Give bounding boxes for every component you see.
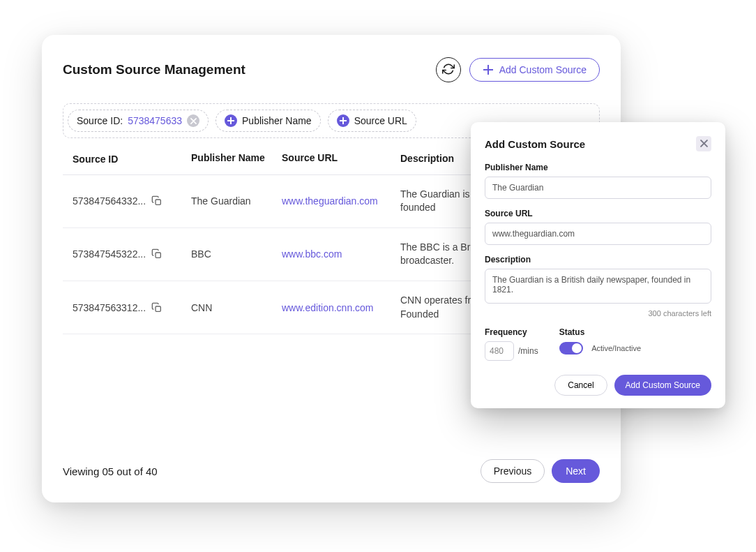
frequency-unit: /mins [518,346,538,356]
pager: Previous Next [481,459,600,483]
viewing-text: Viewing 05 out of 40 [63,465,158,477]
col-publisher: Publisher Name [191,152,282,166]
col-source-url: Source URL [282,152,400,166]
add-custom-source-button[interactable]: Add Custom Source [469,58,600,82]
field-status: Status Active/Inactive [559,327,641,355]
copy-icon[interactable] [151,248,162,260]
plus-icon [483,64,494,75]
close-icon [700,137,708,150]
cell-source-id: 573847564332... [73,195,146,207]
publisher-label: Publisher Name [485,163,711,172]
status-toggle[interactable] [559,342,583,355]
cell-url-link[interactable]: www.edition.cnn.com [282,302,374,313]
svg-rect-0 [156,200,160,204]
col-source-id: Source ID [73,152,191,166]
field-frequency: Frequency /mins [485,327,538,361]
cell-publisher: CNN [191,302,282,313]
publisher-input[interactable] [485,177,711,199]
filter-label: Source ID: [77,115,123,126]
filter-chip-source-url[interactable]: Source URL [328,110,416,132]
cancel-button[interactable]: Cancel [554,375,607,396]
card-header: Custom Source Management Add Custom Sour… [63,57,600,82]
add-source-modal: Add Custom Source Publisher Name Source … [471,122,725,408]
filter-label: Source URL [354,115,407,126]
cell-url-link[interactable]: www.bbc.com [282,248,342,260]
modal-header: Add Custom Source [485,136,711,151]
cell-publisher: The Guardian [191,195,282,207]
modal-title: Add Custom Source [485,138,585,150]
plus-circle-icon [337,114,349,127]
description-label: Description [485,255,711,264]
frequency-label: Frequency [485,327,538,337]
cell-source-id: 573847545322... [73,248,146,260]
filter-chip-source-id[interactable]: Source ID: 5738475633 [68,110,209,132]
refresh-button[interactable] [436,57,461,82]
cell-source-id: 573847563312... [73,302,146,313]
modal-close-button[interactable] [696,136,711,151]
card-footer: Viewing 05 out of 40 Previous Next [63,459,600,483]
submit-button[interactable]: Add Custom Source [614,375,711,396]
chars-left: 300 characters left [485,309,711,318]
source-url-input[interactable] [485,223,711,245]
frequency-input[interactable] [485,341,514,361]
svg-rect-2 [156,306,160,311]
source-url-label: Source URL [485,209,711,218]
cell-url-link[interactable]: www.theguardian.com [282,195,378,207]
field-description: Description 300 characters left [485,255,711,318]
description-textarea[interactable] [485,269,711,304]
close-icon[interactable] [187,114,199,127]
header-actions: Add Custom Source [436,57,600,82]
field-publisher: Publisher Name [485,163,711,199]
modal-footer: Cancel Add Custom Source [485,375,711,396]
filter-chip-publisher[interactable]: Publisher Name [216,110,321,132]
refresh-icon [442,63,455,77]
svg-rect-1 [156,253,160,258]
freq-status-row: Frequency /mins Status Active/Inactive [485,327,711,361]
filter-label: Publisher Name [242,115,312,126]
status-label: Status [559,327,641,337]
cell-publisher: BBC [191,248,282,260]
field-source-url: Source URL [485,209,711,245]
toggle-label: Active/Inactive [591,344,641,352]
plus-circle-icon [225,114,237,127]
copy-icon[interactable] [151,195,162,207]
filter-value: 5738475633 [128,115,182,126]
copy-icon[interactable] [151,302,162,313]
previous-button[interactable]: Previous [481,459,545,483]
next-button[interactable]: Next [552,459,600,483]
page-title: Custom Source Management [63,62,245,77]
add-button-label: Add Custom Source [499,64,587,75]
